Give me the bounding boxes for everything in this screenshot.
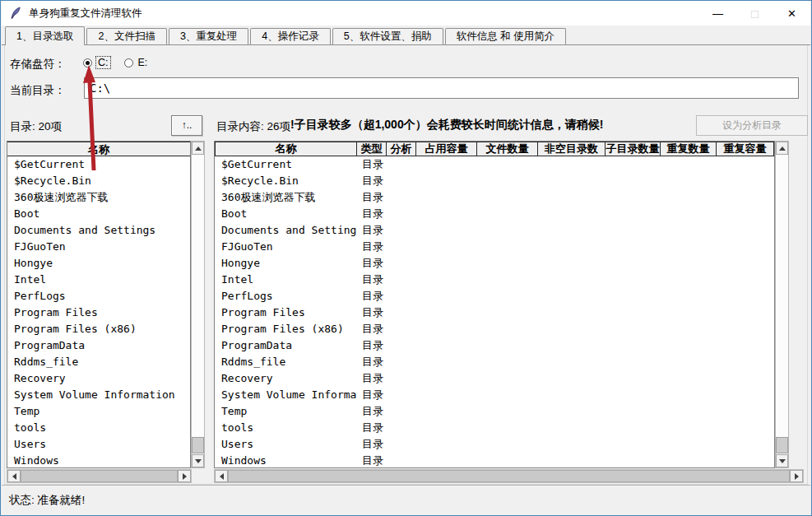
directory-list-rows: $GetCurrent$Recycle.Bin360极速浏览器下载BootDoc… — [7, 156, 190, 468]
column-header[interactable]: 名称 — [215, 142, 357, 156]
list-item[interactable]: ProgramData — [7, 337, 190, 354]
list-item[interactable]: Windows — [7, 453, 190, 468]
close-button[interactable]: ✕ — [773, 1, 810, 26]
list-item[interactable]: Users — [7, 436, 190, 453]
table-row[interactable]: Program Files目录 — [215, 304, 774, 321]
contents-table-header: 名称类型分析占用容量文件数量非空目录数子目录数量重复数量重复容量 — [215, 142, 774, 156]
list-item[interactable]: tools — [7, 420, 190, 436]
current-directory-input[interactable] — [84, 77, 799, 99]
list-item[interactable]: 360极速浏览器下载 — [7, 189, 190, 206]
list-item[interactable]: PerfLogs — [7, 288, 190, 304]
tab-duplicate-handle[interactable]: 3、重复处理 — [169, 28, 248, 44]
column-header[interactable]: 重复容量 — [717, 142, 774, 156]
column-header[interactable]: 类型 — [357, 142, 387, 156]
radio-drive-c-label[interactable]: C: — [95, 56, 111, 69]
table-row[interactable]: $Recycle.Bin目录 — [215, 173, 774, 189]
list-item[interactable]: Recovery — [7, 370, 190, 387]
list-item[interactable]: Program Files — [7, 304, 190, 321]
go-up-directory-button[interactable]: ↑.. — [171, 115, 202, 136]
right-vertical-scrollbar[interactable] — [775, 141, 789, 468]
tab-directory-select[interactable]: 1、目录选取 — [5, 26, 85, 45]
right-hscroll-thumb[interactable] — [228, 470, 790, 482]
list-item[interactable]: Documents and Settings — [7, 222, 190, 239]
maximize-button[interactable]: □ — [736, 1, 773, 26]
minimize-button[interactable]: — — [699, 1, 736, 26]
status-bar: 状态: 准备就绪! — [2, 485, 810, 514]
scroll-down-button[interactable] — [776, 454, 788, 467]
scroll-left-button[interactable] — [215, 470, 228, 482]
list-item[interactable]: Intel — [7, 272, 190, 288]
scroll-left-icon — [12, 473, 16, 480]
title-bar: 单身狗重复文件清理软件 — □ ✕ — [2, 1, 810, 26]
table-row[interactable]: PerfLogs目录 — [215, 288, 774, 304]
list-item[interactable]: Hongye — [7, 255, 190, 272]
scroll-up-icon — [195, 146, 202, 151]
app-quill-icon — [9, 7, 22, 20]
scroll-up-button[interactable] — [776, 142, 788, 155]
column-header[interactable]: 分析 — [387, 142, 416, 156]
table-row[interactable]: Recovery目录 — [215, 370, 774, 387]
column-header[interactable]: 文件数量 — [477, 142, 538, 156]
scroll-right-icon — [795, 473, 799, 480]
status-text: 状态: 准备就绪! — [9, 493, 85, 508]
left-hscroll-thumb[interactable] — [21, 470, 178, 482]
list-item[interactable]: $Recycle.Bin — [7, 173, 190, 189]
radio-drive-c[interactable] — [83, 58, 92, 67]
list-item[interactable]: Program Files (x86) — [7, 321, 190, 337]
table-row[interactable]: System Volume Informatio目录 — [215, 387, 774, 403]
left-vscroll-thumb[interactable] — [192, 437, 204, 453]
left-horizontal-scrollbar[interactable] — [7, 469, 192, 483]
list-item[interactable]: Rddms_file — [7, 354, 190, 370]
directory-list-header[interactable]: 名称 — [7, 142, 190, 156]
left-vertical-scrollbar[interactable] — [191, 141, 205, 468]
table-row[interactable]: Program Files (x86)目录 — [215, 321, 774, 337]
scroll-left-icon — [220, 473, 224, 480]
current-directory-label: 当前目录： — [10, 83, 66, 98]
table-row[interactable]: Hongye目录 — [215, 255, 774, 272]
right-vscroll-thumb[interactable] — [776, 437, 788, 453]
table-row[interactable]: ProgramData目录 — [215, 337, 774, 354]
table-row[interactable]: $GetCurrent目录 — [215, 156, 774, 173]
table-row[interactable]: FJGuoTen目录 — [215, 239, 774, 255]
tab-settings-donate[interactable]: 5、软件设置、捐助 — [332, 28, 443, 44]
scroll-right-icon — [183, 473, 187, 480]
list-item[interactable]: FJGuoTen — [7, 239, 190, 255]
table-row[interactable]: Rddms_file目录 — [215, 354, 774, 370]
tab-operation-log[interactable]: 4、操作记录 — [250, 28, 330, 44]
scroll-down-icon — [779, 459, 786, 463]
drive-selector-label: 存储盘符： — [10, 57, 66, 72]
tab-software-info[interactable]: 软件信息 和 使用简介 — [445, 28, 566, 44]
scroll-down-button[interactable] — [192, 454, 204, 467]
radio-drive-e[interactable] — [124, 58, 133, 67]
set-analyze-directory-button[interactable]: 设为分析目录 — [696, 115, 808, 136]
list-item[interactable]: Temp — [7, 403, 190, 420]
table-row[interactable]: tools目录 — [215, 420, 774, 436]
list-item[interactable]: Boot — [7, 206, 190, 222]
scroll-right-button[interactable] — [790, 470, 803, 482]
column-header[interactable]: 重复数量 — [661, 142, 717, 156]
column-header[interactable]: 子目录数量 — [606, 142, 661, 156]
table-row[interactable]: Windows目录 — [215, 453, 774, 468]
column-header[interactable]: 非空目录数 — [538, 142, 606, 156]
tab-bar: 1、目录选取 2、文件扫描 3、重复处理 4、操作记录 5、软件设置、捐助 软件… — [2, 26, 810, 45]
list-item[interactable]: System Volume Information — [7, 387, 190, 403]
tab-file-scan[interactable]: 2、文件扫描 — [86, 28, 166, 44]
scroll-up-button[interactable] — [192, 142, 204, 155]
radio-drive-e-label[interactable]: E: — [137, 57, 150, 68]
table-row[interactable]: Users目录 — [215, 436, 774, 453]
table-row[interactable]: Documents and Settings目录 — [215, 222, 774, 239]
right-count-label: 目录内容: 26项 — [216, 119, 290, 134]
directory-contents-table: 名称类型分析占用容量文件数量非空目录数子目录数量重复数量重复容量 $GetCur… — [214, 141, 775, 468]
table-row[interactable]: 360极速浏览器下载目录 — [215, 189, 774, 206]
table-row[interactable]: Boot目录 — [215, 206, 774, 222]
table-row[interactable]: Intel目录 — [215, 272, 774, 288]
window-title: 单身狗重复文件清理软件 — [29, 7, 142, 21]
column-header[interactable]: 占用容量 — [416, 142, 477, 156]
scroll-right-button[interactable] — [178, 470, 191, 482]
drive-radio-group: C: E: — [83, 56, 149, 69]
list-item[interactable]: $GetCurrent — [7, 156, 190, 173]
right-horizontal-scrollbar[interactable] — [214, 469, 804, 483]
table-row[interactable]: Temp目录 — [215, 403, 774, 420]
scroll-up-icon — [779, 146, 786, 151]
scroll-left-button[interactable] — [7, 470, 21, 482]
